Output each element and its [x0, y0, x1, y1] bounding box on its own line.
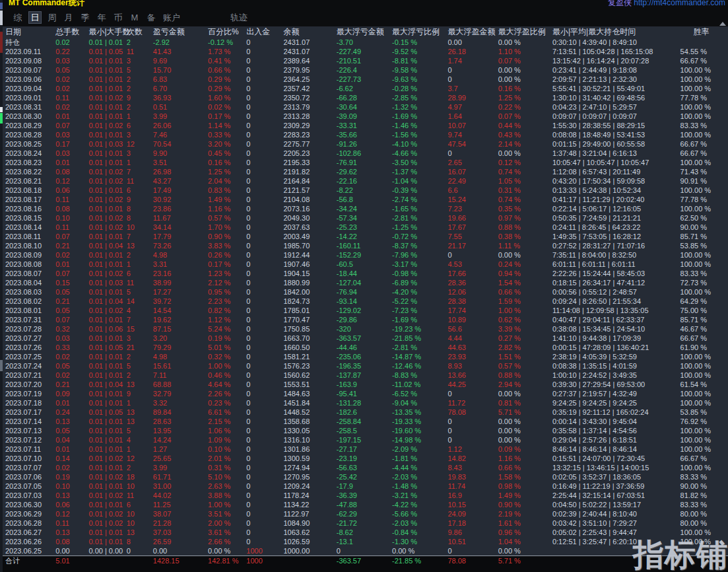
header-win-rate[interactable]: 胜率 [675, 26, 728, 38]
table-row[interactable]: 持仓0.020.01 | 0.012-2.92-0.12 %02431.07-3… [3, 38, 728, 47]
table-row[interactable]: 2023.08.150.100.01 | 0.02811.670.57 %020… [3, 213, 728, 223]
cell-min-max-lots: 0.01 | 0.04 [88, 380, 126, 389]
table-row[interactable]: 2023.08.290.070.01 | 0.02626.061.14 %023… [3, 121, 728, 130]
header-holding-time[interactable]: 最小|平均|最大持仓时间 [552, 26, 675, 38]
table-row[interactable]: 2023.07.250.020.01 | 0.0124.980.32 %0158… [3, 352, 728, 361]
cell-max-float-loss: -227.73 [337, 75, 392, 84]
table-row[interactable]: 2023.07.240.050.01 | 0.01515.611.00 %015… [3, 361, 728, 371]
table-row[interactable]: 2023.07.190.090.01 | 0.01932.792.26 %014… [3, 389, 728, 398]
scroll-up-icon[interactable] [719, 22, 726, 26]
table-row[interactable]: 2023.06.260.080.01 | 0.01826.592.66 %010… [3, 537, 728, 546]
tab-账户[interactable]: 账户 [162, 12, 182, 23]
table-row[interactable]: 2023.07.210.020.01 | 0.0127.110.46 %0156… [3, 371, 728, 380]
table-row[interactable]: 2023.09.110.220.01 | 0.051141.431.73 %02… [3, 47, 728, 56]
table-row[interactable]: 2023.07.170.240.01 | 0.051389.846.61 %01… [3, 408, 728, 417]
cell-max-float-profit: 12.06 [447, 287, 498, 297]
table-row[interactable]: 2023.09.080.030.01 | 0.0139.690.41 %0238… [3, 56, 728, 65]
table-row[interactable]: 2023.08.280.030.01 | 0.0137.460.33 %0228… [3, 130, 728, 139]
cell-max-float-profit-pct: 0.90 % [498, 500, 552, 509]
header-max-float-profit[interactable]: 最大浮盈金额 [447, 26, 498, 38]
table-row[interactable]: 2023.07.120.040.01 | 0.01414.241.09 %013… [3, 435, 728, 445]
brand-url-link[interactable]: http://mt4commander.com [634, 0, 725, 7]
table-row[interactable]: 2023.06.250.000.00 | 0.0000.000.00 %1000… [3, 546, 728, 556]
tab-月[interactable]: 月 [63, 12, 75, 23]
cell-win-rate: 75.00 % [675, 306, 728, 315]
cell-pnl: 6.83 [153, 75, 208, 84]
table-row[interactable]: 2023.09.070.050.01 | 0.01515.700.66 %023… [3, 65, 728, 75]
cell-min-max-lots: 0.01 | 0.01 [88, 250, 126, 260]
cell-max-float-loss-pct: -9.58 % [392, 65, 447, 75]
tab-trajectory[interactable]: 轨迹 [229, 12, 249, 23]
header-max-float-profit-pct[interactable]: 最大浮盈比例 [498, 26, 552, 38]
table-row[interactable]: 2023.08.180.060.01 | 0.01617.490.83 %021… [3, 186, 728, 195]
cell-balance: 1880.99 [284, 278, 337, 287]
table-row[interactable]: 2023.08.030.050.01 | 0.01517.270.95 %018… [3, 287, 728, 297]
table-row[interactable]: 2023.07.280.320.01 | 0.061587.155.24 %01… [3, 324, 728, 334]
table-row[interactable]: 2023.08.210.120.01 | 0.021143.272.04 %02… [3, 176, 728, 186]
tab-备[interactable]: 备 [145, 12, 157, 23]
table-row[interactable]: 2023.08.310.020.01 | 0.0120.510.02 %0231… [3, 102, 728, 112]
tab-币[interactable]: 币 [112, 12, 124, 23]
header-total-lots[interactable]: 总手数 [55, 26, 88, 38]
table-row[interactable]: 2023.08.110.070.01 | 0.01717.790.90 %020… [3, 232, 728, 241]
header-pnl[interactable]: 盈亏金额 [153, 26, 208, 38]
tab-M[interactable]: M [129, 12, 141, 23]
table-row[interactable]: 2023.09.010.110.01 | 0.02936.931.60 %023… [3, 93, 728, 102]
table-row[interactable]: 2023.08.220.080.01 | 0.02726.981.25 %021… [3, 167, 728, 176]
table-row[interactable]: 2023.08.230.010.01 | 0.0113.510.16 %0219… [3, 158, 728, 167]
table-row[interactable]: 2023.07.310.070.01 | 0.01719.621.12 %017… [3, 315, 728, 324]
table-row[interactable]: 2023.08.070.070.01 | 0.02623.161.23 %019… [3, 269, 728, 278]
cell-max-float-profit: 0 [447, 426, 498, 435]
table-row[interactable]: 2023.07.060.190.01 | 0.021861.715.10 %01… [3, 472, 728, 482]
header-min-max-lots[interactable]: 最小|大手数 [88, 26, 126, 38]
table-row[interactable]: 2023.06.300.060.01 | 0.01611.251.00 %011… [3, 500, 728, 509]
table-row[interactable]: 2023.08.170.110.01 | 0.02930.921.49 %021… [3, 195, 728, 204]
header-date[interactable]: 日期 [3, 26, 55, 38]
cell-max-float-profit-pct: 1.05 % [498, 176, 552, 186]
table-row[interactable]: 2023.07.260.330.01 | 0.052179.295.01 %01… [3, 343, 728, 352]
table-row[interactable]: 2023.06.290.120.01 | 0.021038.073.51 %01… [3, 509, 728, 518]
cell-win-rate: 80.00 % [675, 518, 728, 528]
table-row[interactable]: 2023.07.200.210.01 | 0.041368.884.64 %01… [3, 380, 728, 389]
table-row[interactable]: 2023.08.080.010.01 | 0.0113.310.17 %0190… [3, 260, 728, 269]
table-row[interactable]: 2023.08.010.050.01 | 0.02414.540.82 %017… [3, 306, 728, 315]
tab-周[interactable]: 周 [46, 12, 58, 23]
header-max-float-loss[interactable]: 最大浮亏金额 [337, 26, 392, 38]
table-row[interactable]: 2023.09.040.020.01 | 0.0126.700.29 %0235… [3, 84, 728, 93]
table-row[interactable]: 2023.07.130.050.01 | 0.01513.951.06 %013… [3, 426, 728, 435]
table-row[interactable]: 2023.07.030.130.01 | 0.021144.023.88 %01… [3, 491, 728, 500]
tab-年[interactable]: 年 [96, 12, 108, 23]
table-row[interactable]: 2023.08.250.170.01 | 0.031270.543.20 %02… [3, 139, 728, 149]
table-row[interactable]: 2023.07.140.130.01 | 0.011328.632.15 %01… [3, 417, 728, 426]
table-row[interactable]: 2023.07.050.100.01 | 0.011031.002.63 %01… [3, 482, 728, 491]
table-row[interactable]: 2023.08.300.010.01 | 0.0113.990.17 %0231… [3, 112, 728, 121]
table-row[interactable]: 2023.07.070.020.01 | 0.0123.990.31 %0127… [3, 463, 728, 472]
header-balance[interactable]: 余额 [284, 26, 337, 38]
table-row[interactable]: 2023.07.270.030.01 | 0.0133.200.19 %0166… [3, 334, 728, 343]
table-row[interactable]: 2023.08.040.150.01 | 0.031138.992.12 %01… [3, 278, 728, 287]
tab-日[interactable]: 日 [28, 11, 42, 24]
tab-综[interactable]: 综 [12, 12, 24, 23]
table-row[interactable]: 2023.08.160.080.01 | 0.01823.861.16 %020… [3, 204, 728, 213]
table-row[interactable]: 2023.08.100.210.01 | 0.041373.263.83 %01… [3, 241, 728, 250]
table-row[interactable]: 2023.08.240.030.01 | 0.0139.900.45 %0220… [3, 149, 728, 158]
cell-date: 2023.08.03 [3, 287, 55, 297]
table-row[interactable]: 2023.06.280.110.01 | 0.021021.282.00 %01… [3, 518, 728, 528]
table-row[interactable]: 2023.06.270.130.01 | 0.011337.033.61 %01… [3, 528, 728, 537]
table-row[interactable]: 2023.07.180.010.01 | 0.0113.320.23 %0145… [3, 398, 728, 408]
tab-季[interactable]: 季 [79, 12, 91, 23]
table-row[interactable]: 2023.07.100.140.01 | 0.021225.652.01 %01… [3, 454, 728, 463]
table-row[interactable]: 2023.08.090.020.01 | 0.0124.980.26 %0191… [3, 250, 728, 260]
header-pct[interactable]: 百分比% [208, 26, 246, 38]
table-row[interactable]: 2023.07.110.010.01 | 0.0111.270.10 %0130… [3, 445, 728, 454]
cell-total-lots: 0.13 [55, 417, 88, 426]
cell-in-out: 0 [246, 223, 283, 232]
table-row[interactable]: 2023.09.060.020.01 | 0.0126.830.29 %0236… [3, 75, 728, 84]
cell-holding-time: 0:38:08 | 15:34:45 | 24:54:10 [552, 324, 675, 334]
table-row[interactable]: 2023.08.140.110.01 | 0.021034.141.70 %02… [3, 223, 728, 232]
cell-count: 9 [127, 389, 153, 398]
header-count[interactable]: 次数 [127, 26, 153, 38]
header-max-float-loss-pct[interactable]: 最大浮亏比例 [392, 26, 447, 38]
header-in-out[interactable]: 出入金 [246, 26, 283, 38]
table-row[interactable]: 2023.08.020.210.01 | 0.041439.722.23 %01… [3, 297, 728, 306]
